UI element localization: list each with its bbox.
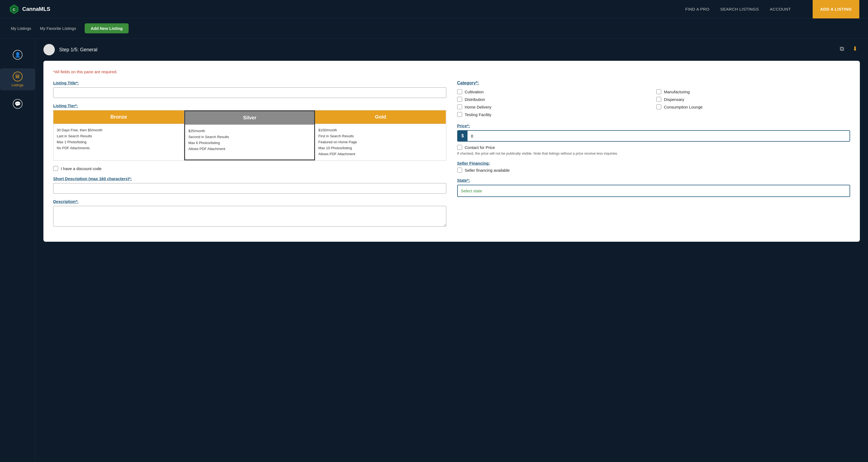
tier-silver-f2: Second in Search Results [188, 134, 311, 140]
logo-area: C CannaMLS [9, 4, 685, 14]
listing-tier-label: Listing Tier*: [53, 103, 446, 108]
my-favorites-link[interactable]: My Favorite Listings [40, 26, 76, 31]
building-icon: 🏛 [13, 72, 23, 82]
tier-gold-f2: First in Search Results [318, 133, 442, 139]
step-circle [43, 44, 55, 55]
add-new-listing-button[interactable]: Add New Listing [85, 23, 129, 33]
tier-bronze-f1: 30 Days Free, then $5/month [57, 127, 181, 133]
sub-nav: My Listings My Favorite Listings Add New… [0, 19, 868, 38]
form-card: *All fields on this pane are required. L… [43, 61, 860, 242]
tier-silver-header: Silver [185, 111, 314, 125]
category-cultivation-checkbox[interactable] [457, 89, 462, 94]
category-distribution-checkbox[interactable] [457, 97, 462, 102]
tier-gold-body: $100/month First in Search Results Featu… [315, 124, 446, 160]
contact-price-row: Contact for Price [457, 145, 850, 150]
category-testing-facility-checkbox[interactable] [457, 112, 462, 117]
right-column: Category*: Cultivation Manufacturing [457, 81, 850, 233]
category-dispensary: Dispensary [656, 97, 850, 102]
seller-financing-group: Seller Financing: Seller financing avail… [457, 161, 850, 173]
left-column: Listing Title*: Listing Tier*: Bronze 30… [53, 81, 446, 233]
category-distribution: Distribution [457, 97, 651, 102]
tier-silver[interactable]: Silver $25/month Second in Search Result… [184, 111, 315, 160]
page-layout: 👤 🏛 Listings 💬 Step 1/5: General ⧉ ⬇ *Al… [0, 38, 868, 462]
sidebar: 👤 🏛 Listings 💬 [0, 38, 35, 462]
category-dispensary-label: Dispensary [664, 97, 684, 102]
add-listing-header-button[interactable]: ADD A LISTING [813, 0, 859, 19]
nav-find-a-pro[interactable]: FIND A PRO [685, 7, 709, 11]
category-cultivation: Cultivation [457, 89, 651, 94]
export-icon[interactable]: ⧉ [837, 44, 847, 54]
sidebar-item-profile[interactable]: 👤 [0, 47, 35, 63]
tier-bronze-f2: Last in Search Results [57, 133, 181, 139]
short-desc-label: Short Description (max 160 characters)*: [53, 176, 446, 181]
price-group: Price*: $ Contact for Price If checked, … [457, 123, 850, 155]
discount-code-checkbox[interactable] [53, 166, 58, 171]
download-icon[interactable]: ⬇ [850, 44, 860, 54]
description-label: Description*: [53, 199, 446, 204]
tier-gold-f3: Featured on Home Page [318, 139, 442, 145]
person-icon: 👤 [13, 50, 23, 60]
category-consumption-lounge-checkbox[interactable] [656, 104, 661, 109]
listing-title-group: Listing Title*: [53, 81, 446, 98]
tier-bronze-header: Bronze [54, 111, 184, 124]
category-grid: Cultivation Manufacturing Distribution [457, 89, 850, 117]
state-select[interactable]: Select state Alabama Alaska Arizona Cali… [457, 185, 850, 197]
main-content: Step 1/5: General ⧉ ⬇ *All fields on thi… [35, 38, 868, 462]
svg-text:C: C [13, 8, 16, 12]
category-manufacturing: Manufacturing [656, 89, 850, 94]
tier-gold-f5: Allows PDF Attachment [318, 151, 442, 157]
price-dollar-sign: $ [458, 131, 468, 141]
tier-silver-f3: Max 6 Photos/listing [188, 140, 311, 146]
logo-text: CannaMLS [22, 6, 50, 12]
short-desc-group: Short Description (max 160 characters)*: [53, 176, 446, 194]
sidebar-listings-label: Listings [11, 83, 23, 87]
discount-code-label: I have a discount code [61, 166, 101, 171]
category-home-delivery: Home Delivery [457, 104, 651, 109]
step-bar: Step 1/5: General [43, 44, 860, 55]
category-label: Category*: [457, 81, 850, 86]
logo-icon: C [9, 4, 20, 14]
category-dispensary-checkbox[interactable] [656, 97, 661, 102]
listing-title-label: Listing Title*: [53, 81, 446, 85]
tier-bronze[interactable]: Bronze 30 Days Free, then $5/month Last … [54, 111, 184, 160]
category-testing-facility: Testing Facility [457, 112, 651, 117]
my-listings-link[interactable]: My Listings [11, 26, 31, 31]
price-input[interactable] [467, 131, 849, 141]
tier-bronze-body: 30 Days Free, then $5/month Last in Sear… [54, 124, 184, 154]
category-manufacturing-label: Manufacturing [664, 90, 690, 94]
category-home-delivery-label: Home Delivery [465, 105, 491, 109]
sidebar-item-listings[interactable]: 🏛 Listings [0, 68, 35, 90]
contact-price-label: Contact for Price [465, 145, 495, 150]
price-label: Price*: [457, 123, 850, 128]
tier-bronze-f3: Max 1 Photo/listing [57, 139, 181, 145]
main-nav: FIND A PRO SEARCH LISTINGS ACCOUNT ADD A… [685, 0, 859, 19]
nav-search-listings[interactable]: SEARCH LISTINGS [720, 7, 759, 11]
listing-title-input[interactable] [53, 87, 446, 98]
nav-account[interactable]: ACCOUNT [770, 7, 791, 11]
tier-gold[interactable]: Gold $100/month First in Search Results … [315, 111, 446, 160]
listing-tier-group: Listing Tier*: Bronze 30 Days Free, then… [53, 103, 446, 161]
short-desc-input[interactable] [53, 183, 446, 194]
tier-silver-body: $25/month Second in Search Results Max 6… [185, 125, 314, 155]
contact-price-note: If checked, the price will not be public… [457, 151, 850, 155]
step-label: Step 1/5: General [59, 47, 97, 53]
category-distribution-label: Distribution [465, 97, 485, 102]
tiers-grid: Bronze 30 Days Free, then $5/month Last … [53, 110, 446, 161]
tier-gold-f1: $100/month [318, 127, 442, 133]
price-input-wrap: $ [457, 130, 850, 142]
seller-financing-option: Seller financing available [465, 168, 510, 173]
category-group: Category*: Cultivation Manufacturing [457, 81, 850, 117]
description-textarea[interactable] [53, 206, 446, 226]
category-home-delivery-checkbox[interactable] [457, 104, 462, 109]
category-cultivation-label: Cultivation [465, 90, 484, 94]
category-consumption-lounge-label: Consumption Lounge [664, 105, 703, 109]
tier-silver-f4: Allows PDF Attachment [188, 146, 311, 152]
sidebar-item-messages[interactable]: 💬 [0, 96, 35, 112]
category-manufacturing-checkbox[interactable] [656, 89, 661, 94]
seller-financing-label: Seller Financing: [457, 161, 850, 165]
contact-price-checkbox[interactable] [457, 145, 462, 150]
category-consumption-lounge: Consumption Lounge [656, 104, 850, 109]
seller-financing-checkbox[interactable] [457, 168, 462, 173]
tier-gold-f4: Max 10 Photos/listing [318, 145, 442, 151]
tier-silver-f1: $25/month [188, 128, 311, 134]
